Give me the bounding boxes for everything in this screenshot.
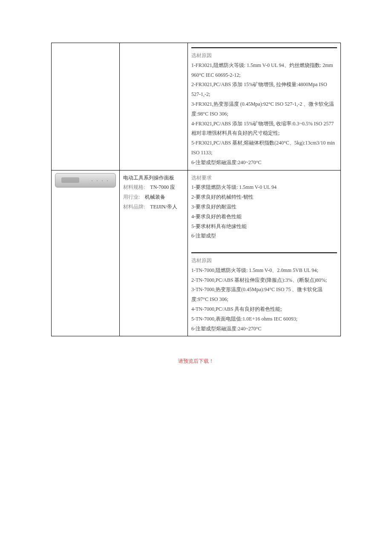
reason-line: 4-TN-7000,PC/ABS 具有良好的着色性能; xyxy=(191,304,337,314)
spec-value: TN-7000 应 xyxy=(150,184,175,190)
table-row: 选材原因 1-FR3021,阻燃防火等级: 1.5mm V-0 UL 94、灼丝… xyxy=(52,43,341,171)
product-panel-image xyxy=(55,173,116,188)
req-line: 3-要求良好的耐温性 xyxy=(191,202,337,212)
req-title: 选材要求 xyxy=(191,173,337,183)
req-line: 1-要求阻燃防火等级: 1.5mm V-0 UL 94 xyxy=(191,182,337,192)
reason-line: 3-TN-7000,热变形温度(0.45Mpa):94°C ISO 75 、微卡… xyxy=(191,285,337,304)
divider xyxy=(191,47,337,48)
industry-label: 用行业: xyxy=(123,194,141,200)
cell-mid-2: 电动工具系列操作面板 材料规格: TN-7000 应 用行业: 机械装备 材料品… xyxy=(120,170,188,336)
cell-right-2: 选材要求 1-要求阻燃防火等级: 1.5mm V-0 UL 94 2-要求良好的… xyxy=(188,170,341,336)
cell-mid-1 xyxy=(120,43,188,171)
reason-title-1: 选材原因 xyxy=(191,51,337,61)
reason-title-2: 选材原因 xyxy=(191,256,337,266)
reason-line: 2-FR3021,PC/ABS 添加 15%矿物增强, 拉伸模量:4800Mpa… xyxy=(191,80,337,99)
reason-line: 5-FR3021,PC/ABS 基材,熔融体积指数(240°C、5kg):13c… xyxy=(191,138,337,158)
brand-label: 材料品牌: xyxy=(123,204,146,210)
reason-line: 4-FR3021,PC/ABS 添加 15%矿物增强, 收缩率:0.3~0.5%… xyxy=(191,119,337,139)
spec-row: 材料规格: TN-7000 应 xyxy=(123,182,184,192)
product-title: 电动工具系列操作面板 xyxy=(123,173,184,183)
cell-image-2 xyxy=(52,170,120,336)
reason-line: 1-FR3021,阻燃防火等级: 1.5mm V-0 UL 94、灼丝燃烧指数:… xyxy=(191,61,337,80)
spec-label: 材料规格: xyxy=(123,184,146,190)
table-row: 电动工具系列操作面板 材料规格: TN-7000 应 用行业: 机械装备 材料品… xyxy=(52,170,341,336)
reason-line: 2-TN-7000,PC/ABS 基材拉伸应变(降服点):3%、(断裂点)80%… xyxy=(191,275,337,285)
req-line: 6-注塑成型 xyxy=(191,231,337,241)
req-line: 4-要求良好的着色性能 xyxy=(191,212,337,222)
reason-line: 3-FR3021,热变形温度 (0.45Mpa):92°C ISO 527-1,… xyxy=(191,99,337,119)
brand-value: TEIJIN/帝人 xyxy=(150,204,177,210)
cell-right-1: 选材原因 1-FR3021,阻燃防火等级: 1.5mm V-0 UL 94、灼丝… xyxy=(188,43,341,171)
industry-value: 机械装备 xyxy=(145,194,165,200)
req-line: 2-要求良好的机械特性-韧性 xyxy=(191,192,337,202)
brand-row: 材料品牌: TEIJIN/帝人 xyxy=(123,202,184,212)
industry-row: 用行业: 机械装备 xyxy=(123,192,184,202)
footer-note: 请预览后下载！ xyxy=(51,358,341,365)
divider xyxy=(191,252,337,253)
reason-line: 1-TN-7000,阻燃防火等级: 1.5mm V-0、2.0mm 5VB UL… xyxy=(191,266,337,275)
req-line: 5-要求材料具有绝缘性能 xyxy=(191,222,337,231)
material-table: 选材原因 1-FR3021,阻燃防火等级: 1.5mm V-0 UL 94、灼丝… xyxy=(51,43,341,336)
reason-line: 6-注塑成型熔融温度:240~270°C xyxy=(191,324,337,334)
cell-image-1 xyxy=(52,43,120,171)
reason-line: 5-TN-7000,表面电阻值:1.0E+16 ohms IEC 60093; xyxy=(191,314,337,324)
reason-line: 6-注塑成型熔融温度:240~270°C xyxy=(191,158,337,168)
page-container: 选材原因 1-FR3021,阻燃防火等级: 1.5mm V-0 UL 94、灼丝… xyxy=(0,0,392,382)
